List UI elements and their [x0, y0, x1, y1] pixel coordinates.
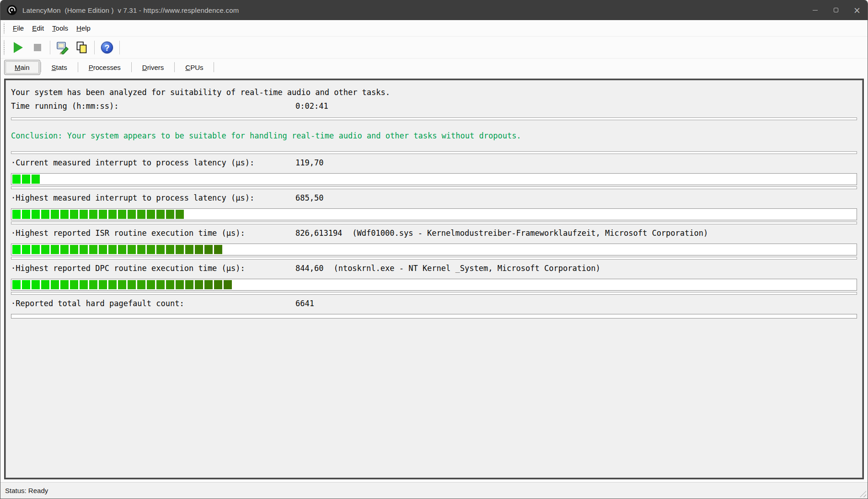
- stop-icon: [34, 44, 41, 51]
- metric-label: Current measured interrupt to process la…: [16, 158, 254, 167]
- bullet-icon: ·: [11, 228, 16, 238]
- app-icon[interactable]: [6, 5, 17, 16]
- metric-label: Reported total hard pagefault count:: [16, 299, 184, 308]
- metric-value: 844,60: [295, 263, 323, 273]
- bullet-icon: ·: [11, 193, 16, 202]
- help-icon: ?: [100, 40, 114, 55]
- menu-item-edit[interactable]: Edit: [28, 22, 48, 34]
- conclusion-section: Conclusion: Your system appears to be su…: [11, 120, 857, 151]
- metric-meter: [11, 314, 857, 319]
- svg-text:?: ?: [105, 43, 110, 52]
- tab-separator: [78, 62, 78, 72]
- toolbar-separator: [94, 41, 95, 54]
- bullet-icon: ·: [11, 264, 16, 273]
- menu-item-tools[interactable]: Tools: [48, 22, 72, 34]
- status-text: Status: Ready: [5, 487, 48, 494]
- window-minimize-button[interactable]: [804, 0, 825, 20]
- tab-cpus[interactable]: CPUs: [175, 60, 213, 74]
- metric-row-3: ·Highest reported DPC routine execution …: [11, 260, 857, 295]
- metrics-list: ·Current measured interrupt to process l…: [11, 154, 857, 319]
- menubar: FileEditToolsHelp: [0, 20, 868, 37]
- metric-meter: [11, 208, 857, 220]
- metric-extra: (Wdf01000.sys - Kernelmodustreiber-Frame…: [352, 228, 708, 238]
- play-icon: [14, 42, 23, 53]
- statusbar: Status: Ready: [0, 482, 868, 499]
- options-button[interactable]: [53, 39, 72, 56]
- metric-row-1: ·Highest measured interrupt to process l…: [11, 189, 857, 224]
- menu-item-file[interactable]: File: [9, 22, 28, 34]
- conclusion-text: Conclusion: Your system appears to be su…: [11, 129, 857, 143]
- metric-row-2: ·Highest reported ISR routine execution …: [11, 224, 857, 260]
- toolbar-separator: [119, 41, 120, 54]
- menubar-grip[interactable]: [3, 23, 5, 34]
- metric-label: Highest reported ISR routine execution t…: [16, 228, 245, 238]
- metric-row-0: ·Current measured interrupt to process l…: [11, 154, 857, 189]
- tab-stats[interactable]: Stats: [42, 60, 77, 74]
- metric-label-row: ·Current measured interrupt to process l…: [11, 158, 857, 168]
- metric-label-row: ·Highest reported DPC routine execution …: [11, 263, 857, 273]
- toolbar-items: ?: [9, 39, 123, 56]
- bullet-icon: ·: [11, 299, 16, 308]
- metric-label: Highest reported DPC routine execution t…: [16, 264, 245, 273]
- latencymon-window: LatencyMon (Home Edition ) v 7.31 - http…: [0, 0, 868, 499]
- metric-value: 119,70: [295, 158, 323, 168]
- metric-meter: [11, 279, 857, 291]
- tab-processes[interactable]: Processes: [79, 60, 131, 74]
- metric-label-row: ·Highest reported ISR routine execution …: [11, 228, 857, 238]
- toolbar-separator: [50, 41, 50, 54]
- window-title: LatencyMon (Home Edition ) v 7.31 - http…: [22, 6, 239, 14]
- copy-icon: [75, 41, 89, 54]
- report-button[interactable]: [72, 39, 91, 56]
- metric-extra: (ntoskrnl.exe - NT Kernel _System, Micro…: [333, 263, 600, 273]
- stop-button: [28, 39, 47, 56]
- metric-label-row: ·Highest measured interrupt to process l…: [11, 193, 857, 203]
- window-maximize-button[interactable]: [825, 0, 847, 20]
- tab-drivers[interactable]: Drivers: [132, 60, 174, 74]
- metric-meter: [11, 244, 857, 255]
- content-area: Your system has been analyzed for suitab…: [0, 76, 868, 482]
- maximize-icon: [834, 8, 838, 12]
- time-running-value: 0:02:41: [295, 99, 328, 113]
- menubar-items: FileEditToolsHelp: [9, 22, 95, 34]
- toolbar: ?: [0, 37, 868, 58]
- analysis-line: Your system has been analyzed for suitab…: [11, 85, 857, 99]
- toolbar-grip[interactable]: [3, 40, 5, 55]
- tab-separator: [174, 62, 175, 72]
- main-panel: Your system has been analyzed for suitab…: [4, 79, 864, 479]
- metric-label: Highest measured interrupt to process la…: [16, 193, 254, 202]
- metric-label-row: ·Reported total hard pagefault count:664…: [11, 298, 857, 308]
- tab-main[interactable]: Main: [4, 60, 40, 75]
- metric-value: 826,613194: [295, 228, 342, 238]
- time-running-label: Time running (h:mm:ss):: [11, 99, 295, 113]
- time-running-row: Time running (h:mm:ss): 0:02:41: [11, 99, 857, 113]
- help-button[interactable]: ?: [97, 39, 117, 56]
- minimize-icon: [813, 10, 818, 11]
- window-controls: ×: [804, 0, 868, 20]
- metric-meter: [11, 173, 857, 185]
- window-close-button[interactable]: ×: [847, 0, 868, 20]
- tabbar: MainStatsProcessesDriversCPUs: [0, 58, 868, 76]
- options-icon: [56, 41, 70, 54]
- metric-value: 685,50: [295, 193, 323, 203]
- tab-separator: [41, 62, 41, 72]
- menu-item-help[interactable]: Help: [72, 22, 95, 34]
- bullet-icon: ·: [11, 158, 16, 167]
- titlebar: LatencyMon (Home Edition ) v 7.31 - http…: [0, 0, 868, 20]
- tab-separator: [131, 62, 132, 72]
- start-button[interactable]: [9, 39, 28, 56]
- resize-grip[interactable]: [860, 491, 866, 497]
- close-icon: ×: [853, 6, 861, 15]
- metric-row-4: ·Reported total hard pagefault count:664…: [11, 295, 857, 319]
- metric-value: 6641: [295, 298, 314, 308]
- analysis-section: Your system has been analyzed for suitab…: [11, 80, 857, 117]
- tab-separator: [214, 62, 214, 72]
